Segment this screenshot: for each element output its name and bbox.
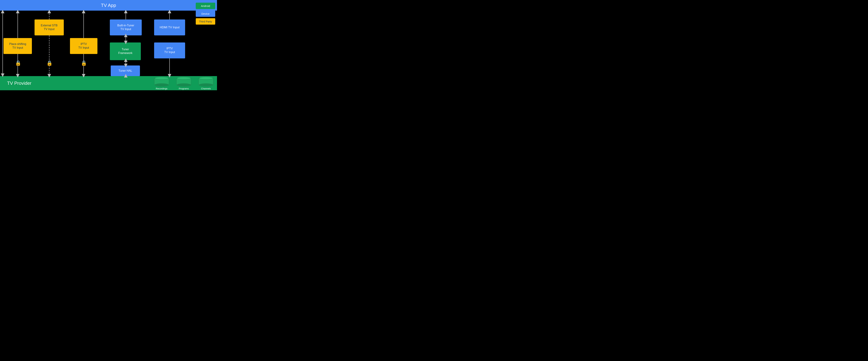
external-stb-box: External STB TV Input [35, 20, 64, 35]
tuner-framework-label: Tuner Framework [118, 47, 132, 55]
legend-third-party-box: Third Party [196, 18, 215, 25]
channels-cylinder: Channels [198, 77, 213, 90]
iptv-right-box: IPTV TV Input [154, 42, 185, 58]
legend-android-label: Android [201, 4, 210, 7]
recordings-cylinder: Recordings [154, 77, 169, 90]
iptv-left-label: IPTV TV Input [78, 42, 89, 50]
lock-icon-1: 🔒 [15, 60, 21, 66]
tv-app-bar: TV App [0, 0, 217, 11]
lock-icon-2: 🔒 [46, 60, 53, 66]
legend-third-party-label: Third Party [199, 20, 212, 23]
legend-device-box: Device [196, 10, 215, 17]
legend-third-party: Third Party [196, 18, 215, 25]
legend-android-box: Android [196, 3, 215, 9]
lock-icon-3: 🔒 [81, 60, 87, 66]
hdmi-tv-input-box: HDMI TV Input [154, 20, 185, 35]
legend: Android Device Third Party [196, 3, 215, 25]
place-shifting-box: Place-shifting TV Input [4, 38, 32, 54]
place-shifting-label: Place-shifting TV Input [9, 42, 26, 50]
tuner-hal-box: Tuner HAL [111, 65, 140, 76]
recordings-label: Recordings [156, 87, 167, 90]
tv-app-label: TV App [101, 3, 116, 8]
builtin-tuner-box: Built-in-Tuner TV Input [110, 20, 142, 35]
hdmi-tv-input-label: HDMI TV Input [160, 26, 180, 29]
legend-device-label: Device [202, 12, 210, 15]
tv-provider-bar: TV Provider Recordings Programs Channels [0, 76, 217, 90]
programs-label: Programs [179, 87, 189, 90]
tuner-hal-label: Tuner HAL [119, 69, 132, 73]
programs-cylinder: Programs [176, 77, 191, 90]
external-stb-label: External STB TV Input [41, 24, 57, 31]
channels-label: Channels [201, 87, 211, 90]
iptv-left-box: IPTV TV Input [70, 38, 97, 54]
tv-provider-label: TV Provider [7, 80, 31, 86]
tuner-framework-box: Tuner Framework [110, 42, 141, 60]
builtin-tuner-label: Built-in-Tuner TV Input [117, 24, 134, 31]
iptv-right-label: IPTV TV Input [164, 47, 175, 54]
legend-device: Device [196, 10, 215, 17]
legend-android: Android [196, 3, 215, 9]
